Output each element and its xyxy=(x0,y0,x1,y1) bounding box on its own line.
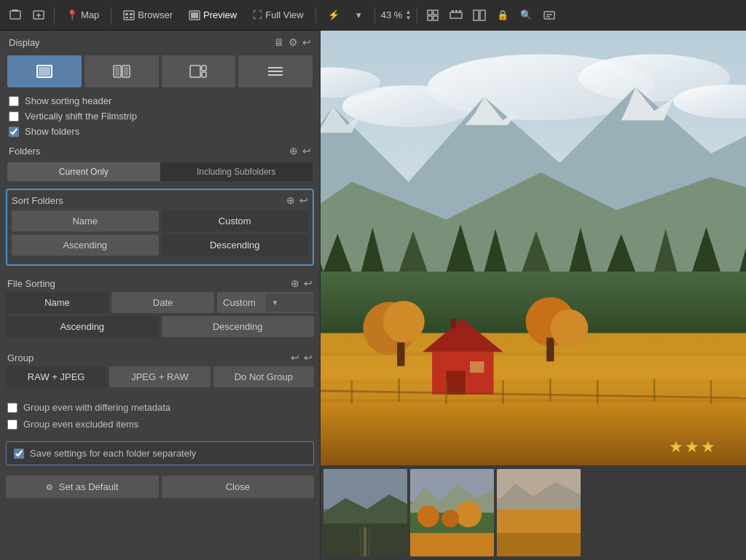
svg-rect-0 xyxy=(10,11,20,19)
file-sorting-custom-dropdown[interactable]: Custom ▼ xyxy=(217,292,314,313)
filmstrip-view-icon[interactable] xyxy=(447,6,466,25)
group-undo-icon[interactable]: ↩ xyxy=(304,352,313,363)
file-sorting-date-btn[interactable]: Date xyxy=(111,292,214,313)
file-sorting-icons: ⊕ ↩ xyxy=(291,277,313,289)
group-raw-jpeg-btn[interactable]: RAW + JPEG xyxy=(6,366,106,387)
filmstrip-thumb-1[interactable] xyxy=(323,469,407,556)
svg-rect-13 xyxy=(433,10,438,15)
sort-folders-ascending-btn[interactable]: Ascending xyxy=(12,234,159,256)
view-mode-grid-single[interactable] xyxy=(7,55,82,87)
lightning-button[interactable]: ⚡ xyxy=(322,7,345,23)
add-icon[interactable] xyxy=(29,6,48,25)
view-mode-split[interactable] xyxy=(162,55,236,87)
svg-point-86 xyxy=(550,309,588,347)
sort-folders-custom-btn[interactable]: Custom xyxy=(162,210,309,232)
svg-rect-70 xyxy=(447,371,466,394)
svg-rect-1 xyxy=(12,9,18,12)
zoom-down-icon[interactable]: ▼ xyxy=(405,15,411,21)
file-sorting-header: File Sorting ⊕ ↩ xyxy=(6,275,314,292)
group-excluded-items-checkbox[interactable] xyxy=(7,419,17,430)
dropdown-arrow-icon[interactable]: ▼ xyxy=(266,293,315,312)
file-sorting-descending-btn[interactable]: Descending xyxy=(162,316,315,337)
preview-button[interactable]: Preview xyxy=(183,7,243,23)
svg-rect-7 xyxy=(130,13,133,15)
sort-folders-name-btn[interactable]: Name xyxy=(12,210,159,232)
show-folders-checkbox[interactable] xyxy=(9,127,19,137)
svg-rect-106 xyxy=(497,533,581,556)
display-undo-icon[interactable]: ↩ xyxy=(302,36,311,48)
file-sorting-top-row: Name Date Custom ▼ xyxy=(6,292,314,313)
zoom-control: 43 % ▲ ▼ xyxy=(381,9,412,21)
info-icon[interactable] xyxy=(540,6,559,25)
folders-undo-icon[interactable]: ↩ xyxy=(302,145,311,157)
fullview-icon: ⛶ xyxy=(253,9,262,20)
svg-rect-83 xyxy=(397,342,404,366)
group-section: Group ↩ ↩ RAW + JPEG JPEG + RAW Do Not G… xyxy=(6,349,314,390)
browser-button[interactable]: Browser xyxy=(117,7,178,23)
show-sorting-header-checkbox[interactable] xyxy=(9,96,19,106)
sort-folders-descending-btn[interactable]: Descending xyxy=(162,234,309,256)
sort-folders-undo-icon[interactable]: ↩ xyxy=(299,194,308,206)
svg-rect-11 xyxy=(191,12,198,18)
group-excluded-items-label: Group even excluded items xyxy=(23,419,138,430)
folders-icons: ⊕ ↩ xyxy=(289,145,311,157)
main-photo: ★★★ xyxy=(321,31,746,465)
file-sorting-settings-icon[interactable]: ⊕ xyxy=(291,277,299,289)
svg-rect-66 xyxy=(321,399,746,402)
sort-folders-title: Sort Folders xyxy=(12,195,63,206)
save-settings-checkbox[interactable] xyxy=(14,449,24,459)
group-no-group-btn[interactable]: Do Not Group xyxy=(213,366,314,387)
new-catalog-icon[interactable] xyxy=(6,6,25,25)
dropdown-arrow-icon[interactable]: ▾ xyxy=(350,6,369,25)
group-header: Group ↩ ↩ xyxy=(6,349,314,366)
group-excluded-items-row: Group even excluded items xyxy=(7,416,313,433)
show-sorting-header-row: Show sorting header xyxy=(0,93,320,109)
sort-folders-section: Sort Folders ⊕ ↩ Name Custom Ascending D… xyxy=(6,189,314,266)
view-mode-grid-double[interactable] xyxy=(85,55,159,87)
svg-rect-8 xyxy=(125,17,128,18)
filmstrip-thumb-3[interactable] xyxy=(497,469,581,556)
sort-folders-header: Sort Folders ⊕ ↩ xyxy=(12,194,308,206)
sort-folders-settings-icon[interactable]: ⊕ xyxy=(286,194,295,206)
map-label: Map xyxy=(81,9,99,20)
map-button[interactable]: 📍 Map xyxy=(60,7,105,23)
browser-label: Browser xyxy=(138,9,173,20)
lock-icon[interactable]: 🔒 xyxy=(493,6,512,25)
top-toolbar: 📍 Map Browser Preview ⛶ Full View ⚡ ▾ 43… xyxy=(0,0,746,31)
group-back-icon[interactable]: ↩ xyxy=(291,352,299,363)
file-sorting-undo-icon[interactable]: ↩ xyxy=(304,277,313,289)
tab-current-only[interactable]: Current Only xyxy=(7,162,160,181)
svg-rect-64 xyxy=(321,366,746,369)
save-settings-label: Save settings for each folder separately xyxy=(30,448,196,459)
toolbar-sep-1 xyxy=(54,7,55,23)
filmstrip-shift-checkbox[interactable] xyxy=(9,111,19,122)
set-as-default-button[interactable]: ⚙ Set as Default xyxy=(6,476,159,498)
svg-rect-98 xyxy=(410,533,494,556)
lightning-icon: ⚡ xyxy=(328,9,339,20)
zoom-arrows[interactable]: ▲ ▼ xyxy=(405,9,411,21)
show-folders-label: Show folders xyxy=(25,126,79,137)
show-folders-row: Show folders xyxy=(0,124,320,139)
grid-view-icon[interactable] xyxy=(423,6,442,25)
group-differing-metadata-label: Group even with differing metadata xyxy=(23,402,170,413)
view-mode-list[interactable] xyxy=(238,55,313,87)
group-differing-metadata-checkbox[interactable] xyxy=(7,403,17,413)
display-gear-icon[interactable]: ⚙ xyxy=(288,36,298,48)
svg-point-82 xyxy=(383,301,425,342)
monitor-icon[interactable]: 🖥 xyxy=(274,36,284,48)
filmstrip-thumb-2[interactable] xyxy=(410,469,494,556)
folders-pin-icon[interactable]: ⊕ xyxy=(289,145,298,157)
file-sorting-ascending-btn[interactable]: Ascending xyxy=(6,316,159,337)
svg-rect-15 xyxy=(433,16,438,20)
fullview-button[interactable]: ⛶ Full View xyxy=(247,7,310,23)
save-settings-row: Save settings for each folder separately xyxy=(6,441,314,465)
close-button[interactable]: Close xyxy=(162,476,315,498)
group-jpeg-raw-btn[interactable]: JPEG + RAW xyxy=(109,366,210,387)
tab-including-subfolders[interactable]: Including Subfolders xyxy=(160,162,313,181)
preview-label: Preview xyxy=(203,9,237,20)
svg-rect-22 xyxy=(544,12,554,19)
main-area: Display 🖥 ⚙ ↩ xyxy=(0,31,746,560)
split-view-icon[interactable] xyxy=(470,6,489,25)
file-sorting-name-btn[interactable]: Name xyxy=(6,292,109,313)
search-icon[interactable]: 🔍 xyxy=(517,6,535,25)
